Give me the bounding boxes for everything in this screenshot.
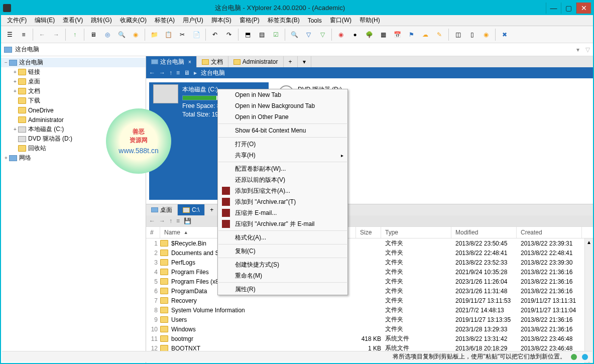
menu-item[interactable]: 窗口(W) (327, 15, 354, 26)
col-num[interactable]: # (146, 227, 160, 238)
file-row[interactable]: 9Users文件夹2019/11/27 13:13:352013/8/22 21… (146, 315, 593, 324)
file-row[interactable]: 10Windows文件夹2023/1/28 13:29:332013/8/22 … (146, 324, 593, 334)
tree-icon[interactable]: 🌳 (363, 28, 376, 41)
pane2-menu-icon[interactable]: ≡ (176, 217, 180, 224)
target-icon[interactable]: ◎ (101, 28, 114, 41)
file-row[interactable]: 5Program Files (x86)文件夹2023/1/26 11:26:0… (146, 277, 593, 286)
pane1-tab[interactable]: Administrator (228, 56, 284, 67)
tab-close-icon[interactable]: × (188, 59, 191, 65)
pane1-tab[interactable]: 这台电脑× (146, 56, 197, 67)
minimize-button[interactable]: — (546, 3, 561, 14)
scrollbar[interactable]: ▴ ▾ (584, 238, 593, 364)
pane2-up[interactable]: ↑ (169, 217, 172, 224)
redo-icon[interactable]: ↷ (222, 28, 235, 41)
pane2-back[interactable]: ← (149, 217, 155, 224)
split-icon[interactable]: ◫ (451, 28, 464, 41)
col-size[interactable]: Size (356, 227, 381, 238)
pane2-drive-icon[interactable]: 💾 (184, 217, 191, 224)
context-menu-item[interactable]: 添加到压缩文件(A)... (218, 185, 347, 196)
menu-item[interactable]: 标签页集(B) (265, 15, 303, 26)
cut-icon[interactable]: ✂ (176, 28, 189, 41)
pane1-crumb[interactable]: 这台电脑 (201, 69, 225, 77)
file-row[interactable]: 1$Recycle.Bin文件夹2013/8/22 23:50:452013/8… (146, 238, 593, 248)
context-menu-item[interactable]: 压缩并 E-mail... (218, 207, 347, 218)
menu-item[interactable]: 标签(A) (152, 15, 178, 26)
expand-icon[interactable]: − (3, 60, 9, 65)
close-button[interactable]: ✕ (576, 3, 591, 14)
context-menu-item[interactable]: Open in Other Pane (218, 111, 347, 123)
back-button[interactable]: ← (36, 28, 49, 41)
address-input[interactable] (15, 46, 576, 53)
list-button[interactable]: ≡ (17, 28, 30, 41)
context-menu-item[interactable]: 配置卷影副本(W)... (218, 163, 347, 174)
menu-item[interactable]: 查看(V) (60, 15, 86, 26)
context-menu-item[interactable]: 还原以前的版本(V) (218, 174, 347, 185)
context-menu-item[interactable]: 添加到 "Archive.rar"(T) (218, 196, 347, 207)
calendar-icon[interactable]: 📅 (391, 28, 404, 41)
new-folder-icon[interactable]: 📁 (148, 28, 161, 41)
pane2-tab[interactable]: 桌面 (146, 204, 178, 215)
up-button[interactable]: ↑ (68, 28, 81, 41)
menu-item[interactable]: 帮助(H) (357, 15, 383, 26)
paste-icon[interactable]: 📄 (190, 28, 203, 41)
col-type[interactable]: Type (381, 227, 451, 238)
file-row[interactable]: 3PerfLogs文件夹2013/8/22 23:52:332013/8/22 … (146, 258, 593, 267)
tools-icon[interactable]: ✖ (498, 28, 511, 41)
expand-icon[interactable]: + (12, 69, 18, 75)
find-icon[interactable]: 🔍 (288, 28, 301, 41)
context-menu-item[interactable]: 打开(O) (218, 139, 347, 150)
expand-icon[interactable]: + (12, 88, 18, 94)
tree-item[interactable]: +链接 (1, 67, 146, 77)
col-modified[interactable]: Modified (451, 227, 517, 238)
menu-item[interactable]: 跳转(G) (88, 15, 114, 26)
tab-dropdown[interactable]: ▾ (298, 56, 311, 67)
tree-item[interactable]: +文档 (1, 86, 146, 96)
tag-icon[interactable]: ⬒ (241, 28, 254, 41)
panel-icon[interactable]: ▯ (465, 28, 479, 41)
pane1-monitor-icon[interactable]: 🖥 (184, 69, 190, 76)
file-row[interactable]: 2Documents and S文件夹2013/8/22 22:48:41201… (146, 248, 593, 258)
search-icon[interactable]: 🔍 (115, 28, 128, 41)
context-menu-item[interactable]: Open in New Tab (218, 89, 347, 100)
pane2-fwd[interactable]: → (159, 217, 165, 224)
filter-button[interactable]: ▽ (585, 46, 590, 53)
pane1-back[interactable]: ← (149, 69, 155, 76)
menu-item[interactable]: 用户(U) (180, 15, 206, 26)
col-created[interactable]: Created (517, 227, 582, 238)
filter2-icon[interactable]: ▽ (316, 28, 329, 41)
context-menu-item[interactable]: 属性(R) (218, 284, 347, 295)
context-menu-item[interactable]: 复制(C) (218, 246, 347, 257)
pane1-up[interactable]: ↑ (169, 69, 172, 76)
file-row[interactable]: 4Program Files文件夹2021/9/24 10:35:282013/… (146, 267, 593, 277)
context-menu-item[interactable]: 压缩到 "Archive.rar" 并 E-mail (218, 218, 347, 229)
context-menu-item[interactable]: 创建快捷方式(S) (218, 259, 347, 270)
menu-item[interactable]: 收藏夹(O) (117, 15, 150, 26)
file-row[interactable]: 8System Volume Information文件夹2021/7/2 14… (146, 305, 593, 315)
tree-item[interactable]: −这台电脑 (1, 58, 146, 67)
monitor-icon[interactable]: 🖥 (87, 28, 100, 41)
menu-item[interactable]: Tools (305, 16, 325, 25)
maximize-button[interactable]: ▢ (561, 3, 576, 14)
context-menu-item[interactable]: Show 64-bit Context Menu (218, 125, 347, 136)
file-row[interactable]: 7Recovery文件夹2019/11/27 13:11:532019/11/2… (146, 296, 593, 305)
menu-item[interactable]: 脚本(S) (208, 15, 234, 26)
window-icon[interactable]: ▤ (255, 28, 268, 41)
menu-item[interactable]: 编辑(E) (32, 15, 58, 26)
undo-icon[interactable]: ↶ (208, 28, 221, 41)
pane1-menu-icon[interactable]: ≡ (176, 69, 180, 76)
spiral-icon[interactable]: ◉ (334, 28, 347, 41)
expand-icon[interactable]: + (3, 155, 9, 161)
address-dropdown[interactable]: ▾ (576, 46, 579, 53)
grid-icon[interactable]: ▦ (377, 28, 390, 41)
check-icon[interactable]: ☑ (269, 28, 282, 41)
pane2-tab[interactable]: C:\ (178, 204, 205, 215)
context-menu-item[interactable]: 重命名(M) (218, 270, 347, 281)
file-row[interactable]: 6ProgramData文件夹2023/1/26 11:31:482013/8/… (146, 286, 593, 296)
circle-icon[interactable]: ◉ (480, 28, 493, 41)
context-menu-item[interactable]: 共享(H) (218, 150, 347, 161)
flag-icon[interactable]: ⚑ (405, 28, 418, 41)
filter-icon[interactable]: ▽ (302, 28, 315, 41)
new-tab-button[interactable]: + (284, 56, 298, 67)
menu-item[interactable]: 文件(F) (4, 15, 30, 26)
context-menu-item[interactable]: 格式化(A)... (218, 232, 347, 243)
